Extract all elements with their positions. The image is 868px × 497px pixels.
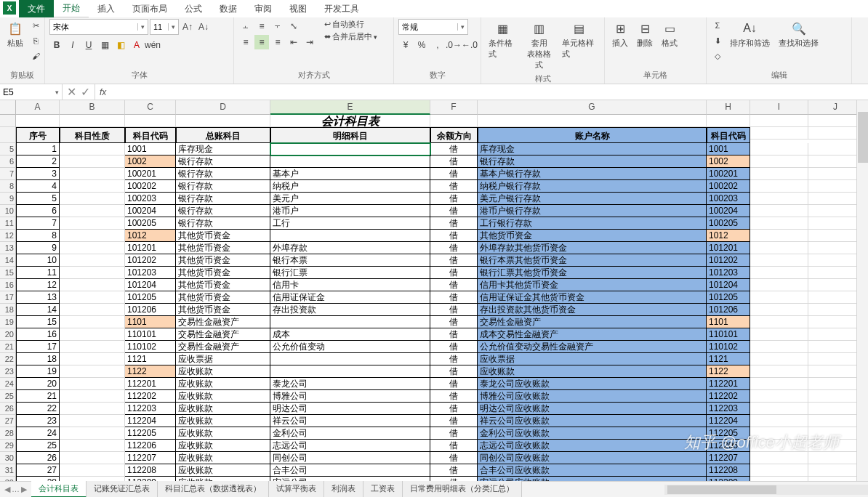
table-row[interactable]: 16: [16, 328, 60, 341]
cell-style-button[interactable]: ▤单元格样式: [559, 19, 600, 61]
fill-icon[interactable]: ⬇: [711, 34, 724, 47]
tab-view[interactable]: 视图: [281, 0, 316, 17]
wrap-text-button[interactable]: ↩自动换行: [324, 19, 377, 30]
align-top-icon[interactable]: ⫠: [238, 19, 253, 33]
currency-icon[interactable]: ¥: [398, 38, 413, 52]
format-button[interactable]: ▭格式: [659, 19, 680, 50]
table-row[interactable]: 5: [16, 193, 60, 205]
fill-color-button[interactable]: ◧: [113, 38, 128, 52]
col-header-I[interactable]: I: [750, 100, 808, 115]
cut-icon[interactable]: ✂: [29, 19, 42, 32]
fx-icon[interactable]: fx: [95, 84, 110, 100]
align-left-icon[interactable]: ≡: [238, 35, 253, 49]
font-name-input[interactable]: ▾: [49, 19, 148, 35]
align-right-icon[interactable]: ≡: [270, 35, 285, 49]
table-row[interactable]: 14: [16, 304, 60, 316]
table-row[interactable]: 18: [16, 353, 60, 365]
tab-formula[interactable]: 公式: [176, 0, 211, 17]
sheet-tab[interactable]: 科目汇总表（数据透视表）: [158, 481, 269, 497]
col-header-D[interactable]: D: [176, 100, 270, 115]
next-sheet-icon[interactable]: ▶: [21, 485, 27, 494]
tab-layout[interactable]: 页面布局: [124, 0, 176, 17]
col-header-H[interactable]: H: [707, 100, 750, 115]
formula-input[interactable]: [110, 84, 868, 100]
format-painter-icon[interactable]: 🖌: [29, 49, 42, 62]
table-row[interactable]: 6: [16, 205, 60, 217]
spreadsheet-grid[interactable]: ABCDEFGHIJ会计科目表序号科目性质科目代码总账科目明细科目余额方向账户名…: [0, 100, 868, 481]
col-header-E[interactable]: E: [270, 100, 430, 115]
col-header-A[interactable]: A: [16, 100, 60, 115]
tab-insert[interactable]: 插入: [89, 0, 124, 17]
delete-button[interactable]: ⊟删除: [634, 19, 656, 50]
table-row[interactable]: 13: [16, 291, 60, 304]
tab-data[interactable]: 数据: [211, 0, 246, 17]
number-format-select[interactable]: ▾: [398, 19, 468, 35]
table-format-button[interactable]: ▥套用 表格格式: [522, 19, 555, 72]
horizontal-scrollbar[interactable]: [664, 485, 868, 495]
table-row[interactable]: 7: [16, 217, 60, 230]
table-row[interactable]: 24: [16, 427, 60, 440]
indent-dec-icon[interactable]: ⇤: [286, 35, 301, 49]
sheet-tab[interactable]: 工资表: [363, 481, 403, 497]
table-row[interactable]: 27: [16, 464, 60, 477]
sheet-tab[interactable]: 试算平衡表: [269, 481, 324, 497]
sheet-tab[interactable]: 日常费用明细表（分类汇总）: [403, 481, 522, 497]
col-header-B[interactable]: B: [60, 100, 125, 115]
sort-filter-button[interactable]: A↓排序和筛选: [727, 19, 773, 50]
percent-icon[interactable]: %: [414, 38, 429, 52]
table-row[interactable]: 17: [16, 341, 60, 353]
first-sheet-icon[interactable]: ◀: [4, 485, 10, 494]
comma-icon[interactable]: ,: [430, 38, 445, 52]
clear-icon[interactable]: ◇: [711, 49, 724, 62]
underline-button[interactable]: U: [81, 38, 96, 52]
sheet-tab[interactable]: 会计科目表: [31, 481, 87, 497]
dec-inc-icon[interactable]: .0→: [446, 38, 461, 52]
merge-button[interactable]: ⬌合并后居中▾: [324, 31, 377, 42]
table-row[interactable]: 11: [16, 267, 60, 279]
bold-button[interactable]: B: [49, 38, 64, 52]
font-size-input[interactable]: ▾: [150, 19, 179, 35]
col-header-J[interactable]: J: [808, 100, 863, 115]
indent-inc-icon[interactable]: ⇥: [302, 35, 317, 49]
table-row[interactable]: 4: [16, 180, 60, 193]
table-row[interactable]: 12: [16, 279, 60, 291]
sheet-tab[interactable]: 记账凭证汇总表: [87, 481, 158, 497]
table-row[interactable]: 10: [16, 254, 60, 267]
table-row[interactable]: 25: [16, 440, 60, 452]
paste-button[interactable]: 📋 粘贴: [4, 19, 26, 50]
align-center-icon[interactable]: ≡: [254, 35, 269, 49]
table-row[interactable]: 26: [16, 452, 60, 464]
prev-sheet-icon[interactable]: …: [12, 485, 20, 494]
table-row[interactable]: 20: [16, 378, 60, 390]
table-row[interactable]: 19: [16, 365, 60, 378]
table-row[interactable]: 22: [16, 403, 60, 415]
cond-format-button[interactable]: ▦条件格式: [486, 19, 519, 61]
tab-dev[interactable]: 开发工具: [316, 0, 368, 17]
tab-review[interactable]: 审阅: [246, 0, 281, 17]
cancel-icon[interactable]: ✕: [67, 85, 76, 99]
font-color-button[interactable]: A: [129, 38, 144, 52]
insert-button[interactable]: ⊞插入: [609, 19, 631, 50]
sheet-tab[interactable]: 利润表: [324, 481, 363, 497]
border-button[interactable]: ▦: [97, 38, 112, 52]
find-select-button[interactable]: 🔍查找和选择: [776, 19, 821, 50]
font-shrink-icon[interactable]: A↓: [196, 20, 211, 34]
col-header-G[interactable]: G: [478, 100, 707, 115]
col-header-C[interactable]: C: [125, 100, 176, 115]
align-bottom-icon[interactable]: ⫟: [270, 19, 285, 33]
col-header-F[interactable]: F: [430, 100, 478, 115]
copy-icon[interactable]: ⎘: [29, 34, 42, 47]
tab-home[interactable]: 开始: [54, 0, 89, 17]
table-row[interactable]: 1: [16, 143, 60, 155]
font-grow-icon[interactable]: A↑: [180, 20, 195, 34]
table-row[interactable]: 3: [16, 168, 60, 180]
autosum-icon[interactable]: Σ: [711, 19, 724, 32]
italic-button[interactable]: I: [65, 38, 80, 52]
pinyin-button[interactable]: wén: [145, 38, 160, 52]
table-row[interactable]: 23: [16, 415, 60, 427]
dec-dec-icon[interactable]: ←.0: [462, 38, 477, 52]
table-row[interactable]: 21: [16, 390, 60, 403]
enter-icon[interactable]: ✓: [81, 85, 90, 99]
vertical-scrollbar[interactable]: [856, 100, 868, 481]
table-row[interactable]: 8: [16, 230, 60, 242]
